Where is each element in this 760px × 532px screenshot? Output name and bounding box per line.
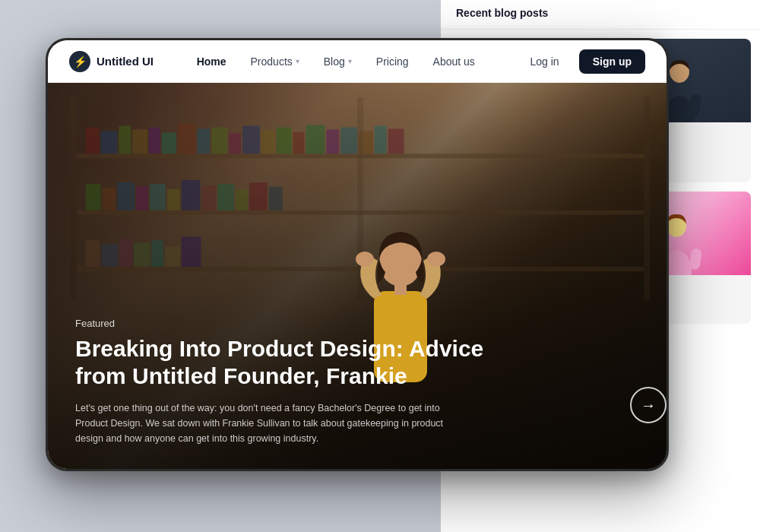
hero-section: Featured Breaking Into Product Design: A… (48, 83, 667, 469)
logo[interactable]: ⚡ Untitled UI (69, 51, 154, 72)
svg-rect-5 (688, 93, 702, 118)
svg-rect-11 (689, 248, 702, 271)
nav-item-blog[interactable]: Blog ▾ (313, 49, 363, 74)
products-chevron-icon: ▾ (296, 57, 299, 65)
logo-bolt-icon: ⚡ (74, 55, 87, 68)
hero-description: Let's get one thing out of the way: you … (75, 401, 455, 446)
navbar-nav: Home Products ▾ Blog ▾ Pricing About us (186, 49, 486, 74)
nav-pricing-label: Pricing (376, 55, 409, 68)
blog-panel-title: Recent blog posts (456, 7, 548, 19)
logo-text: Untitled UI (97, 55, 154, 68)
nav-item-products[interactable]: Products ▾ (240, 49, 310, 74)
hero-tag: Featured (75, 318, 613, 329)
nav-item-about[interactable]: About us (423, 49, 486, 74)
nav-home-label: Home (197, 55, 226, 68)
svg-point-61 (427, 252, 445, 267)
navbar-actions: Log in Sign up (518, 49, 645, 74)
navbar: ⚡ Untitled UI Home Products ▾ Blog ▾ Pri… (48, 40, 667, 83)
nav-blog-label: Blog (324, 55, 345, 68)
blog-chevron-icon: ▾ (348, 57, 352, 65)
logo-icon: ⚡ (69, 51, 90, 72)
svg-point-60 (356, 252, 374, 267)
blog-panel-header: Recent blog posts (441, 0, 760, 30)
nav-about-label: About us (433, 55, 475, 68)
tablet-screen: ⚡ Untitled UI Home Products ▾ Blog ▾ Pri… (48, 40, 667, 469)
signup-button[interactable]: Sign up (579, 49, 645, 74)
hero-title: Breaking Into Product Design: Advice fro… (75, 335, 501, 390)
nav-item-home[interactable]: Home (186, 49, 237, 74)
hero-arrow-icon: → (641, 397, 656, 414)
login-button[interactable]: Log in (518, 49, 572, 74)
hero-arrow-button[interactable]: → (630, 387, 667, 423)
tablet-device: ⚡ Untitled UI Home Products ▾ Blog ▾ Pri… (46, 38, 669, 471)
hero-content: Featured Breaking Into Product Design: A… (75, 318, 613, 446)
nav-products-label: Products (251, 55, 293, 68)
nav-item-pricing[interactable]: Pricing (366, 49, 420, 74)
